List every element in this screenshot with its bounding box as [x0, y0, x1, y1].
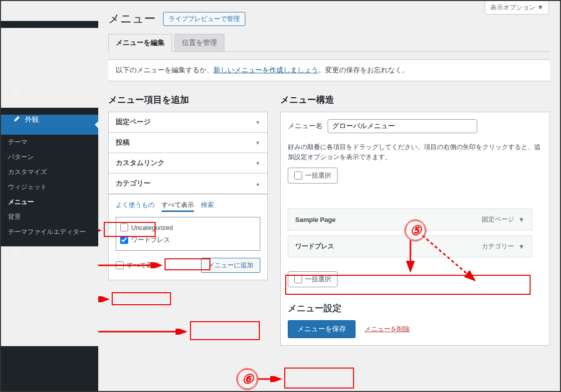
label: 投稿: [116, 138, 130, 147]
svg-point-9: [12, 328, 19, 335]
menu-notice: 以下のメニューを編集するか、新しいメニューを作成しましょう。変更の保存をお忘れな…: [108, 59, 550, 81]
annotation-5: ⑤: [404, 219, 426, 241]
sidebar-item-users[interactable]: ユーザー: [1, 266, 98, 286]
svg-rect-6: [15, 309, 19, 310]
cat-item-wordpress[interactable]: ワードプレス: [120, 233, 256, 246]
menu-settings-head: メニュー設定: [288, 302, 543, 314]
save-menu-button[interactable]: メニューを保存: [288, 320, 356, 338]
media-icon: [11, 48, 21, 58]
pane-pages[interactable]: 固定ページ▼: [109, 112, 267, 133]
delete-menu-link[interactable]: メニューを削除: [365, 325, 410, 334]
pane-posts[interactable]: 投稿▼: [109, 133, 267, 153]
label: カテゴリー: [116, 179, 151, 188]
menu-item-title: ワードプレス: [295, 242, 334, 251]
add-to-menu-button[interactable]: メニューに追加: [201, 258, 260, 273]
annotation-box-6: [284, 368, 354, 389]
label: メニューを閉じる: [25, 327, 81, 336]
add-items-column: メニュー項目を追加 固定ページ▼ 投稿▼ カスタムリンク▼ カテゴリー▲ よく使…: [108, 94, 268, 346]
page-title: メニュー: [108, 11, 156, 26]
bulk-select-bottom[interactable]: 一括選択: [288, 271, 338, 287]
sidebar-sub-background[interactable]: 背景: [1, 209, 98, 224]
menu-item-title: Sample Page: [295, 216, 336, 223]
add-items-title: メニュー項目を追加: [108, 94, 268, 106]
subtab-recent[interactable]: よく使うもの: [116, 200, 155, 212]
label: 外観: [25, 115, 39, 124]
arrow-2: [98, 262, 164, 268]
sidebar-item-tools[interactable]: ツール: [1, 286, 98, 306]
category-list: Uncategorized ワードプレス: [116, 217, 260, 251]
arrow-4: [98, 329, 189, 335]
label: 設定: [25, 307, 39, 316]
chevron-down-icon: ▼: [518, 216, 525, 223]
sidebar-sub-widgets[interactable]: ウィジェット: [1, 180, 98, 195]
dashboard-icon: [11, 1, 21, 11]
admin-sidebar: ダッシュボード 投稿 メディア 固定ページ コメント 外観 テーマ パターン カ…: [1, 1, 98, 391]
sidebar-item-comments[interactable]: コメント: [1, 88, 98, 108]
menu-name-label: メニュー名: [288, 122, 323, 131]
sidebar-sub-menus[interactable]: メニュー: [1, 195, 98, 209]
checkbox[interactable]: [120, 223, 128, 231]
chevron-down-icon: ▼: [255, 120, 260, 125]
arrow-6: [258, 376, 284, 382]
checkbox[interactable]: [120, 236, 128, 244]
settings-icon: [11, 306, 21, 316]
pane-category[interactable]: カテゴリー▲: [109, 174, 267, 194]
sidebar-item-appearance[interactable]: 外観: [1, 115, 98, 135]
annotation-6: ⑥: [236, 368, 258, 390]
tab-manage-locations[interactable]: 位置を管理: [175, 34, 224, 52]
label: 固定ページ: [116, 118, 151, 127]
pane-custom-link[interactable]: カスタムリンク▼: [109, 153, 267, 174]
sidebar-item-settings[interactable]: 設定: [1, 306, 98, 326]
chevron-down-icon: ▼: [255, 140, 260, 146]
label: ダッシュボード: [25, 1, 74, 10]
label: ツール: [25, 287, 46, 296]
main-content: 表示オプション ▼ メニュー ライブプレビューで管理 メニューを編集 位置を管理…: [98, 1, 560, 391]
pin-icon: [11, 28, 21, 38]
label: 一括選択: [305, 171, 331, 180]
svg-rect-5: [13, 309, 14, 311]
label: ユーザー: [25, 267, 53, 276]
subtab-search[interactable]: 検索: [201, 200, 214, 212]
sidebar-item-plugins[interactable]: プラグイン: [1, 246, 98, 266]
create-menu-link[interactable]: 新しいメニューを作成しましょう: [213, 66, 318, 74]
sidebar-sub-editor[interactable]: テーマファイルエディター: [1, 224, 98, 239]
notice-post: 。変更の保存をお忘れなく。: [318, 66, 409, 74]
label: ワードプレス: [131, 235, 170, 244]
label: プラグイン: [25, 247, 60, 256]
arrow-1: [98, 227, 103, 233]
checkbox[interactable]: [294, 275, 302, 283]
sidebar-item-dashboard[interactable]: ダッシュボード: [1, 1, 98, 21]
tools-icon: [11, 286, 21, 296]
menu-name-input[interactable]: [328, 119, 477, 133]
sidebar-item-pages[interactable]: 固定ページ: [1, 68, 98, 88]
arrow-3: [98, 296, 111, 302]
cat-item-uncategorized[interactable]: Uncategorized: [120, 221, 256, 233]
notice-pre: 以下のメニューを編集するか、: [116, 66, 213, 74]
sidebar-item-posts[interactable]: 投稿: [1, 28, 98, 48]
sidebar-sub-patterns[interactable]: パターン: [1, 150, 98, 165]
label: コメント: [25, 88, 53, 97]
nav-tabs: メニューを編集 位置を管理: [108, 34, 550, 52]
subtab-all[interactable]: すべて表示: [162, 200, 194, 212]
plugin-icon: [11, 246, 21, 256]
menu-item-type: 固定ページ: [482, 215, 514, 224]
label: 固定ページ: [25, 68, 60, 77]
brush-icon: [11, 115, 21, 125]
checkbox[interactable]: [294, 172, 302, 180]
sidebar-sub-customize[interactable]: カスタマイズ: [1, 165, 98, 180]
structure-desc: 好みの順番に各項目をドラッグしてください。項目の右側の矢印をクリックすると、追加…: [288, 142, 543, 162]
bulk-select-top[interactable]: 一括選択: [288, 168, 338, 184]
svg-rect-1: [12, 50, 18, 55]
svg-point-4: [14, 268, 17, 272]
label: 投稿: [25, 28, 39, 37]
structure-title: メニュー構造: [280, 94, 550, 106]
sidebar-sub-themes[interactable]: テーマ: [1, 135, 98, 150]
label: カスタムリンク: [116, 159, 165, 168]
sidebar-item-media[interactable]: メディア: [1, 48, 98, 68]
svg-line-15: [422, 235, 475, 280]
svg-rect-7: [18, 312, 19, 314]
tab-edit-menus[interactable]: メニューを編集: [108, 34, 172, 52]
live-preview-button[interactable]: ライブプレビューで管理: [163, 12, 245, 26]
sidebar-item-collapse[interactable]: メニューを閉じる: [1, 326, 98, 346]
screen-options-button[interactable]: 表示オプション ▼: [485, 1, 549, 14]
